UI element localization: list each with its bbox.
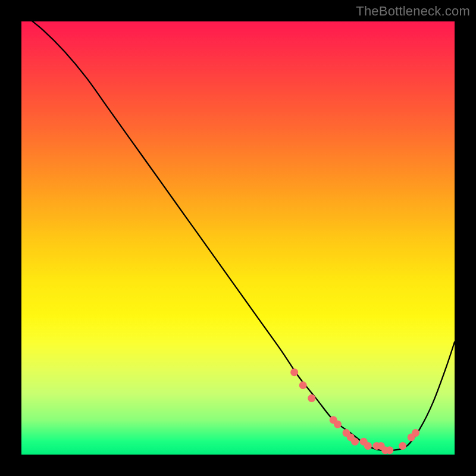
highlight-dot [412,429,419,437]
highlight-dot [364,442,372,450]
highlight-dot [386,446,393,454]
highlight-dot [308,394,315,402]
plot-area [21,21,455,455]
watermark-text: TheBottleneck.com [356,4,470,19]
highlight-dot [299,381,307,389]
curve-layer [21,21,455,455]
highlight-dots [290,368,419,454]
highlight-dot [351,438,359,446]
highlight-dot [334,421,342,428]
bottleneck-curve [21,12,455,450]
highlight-dot [290,368,298,376]
chart-frame: TheBottleneck.com [0,0,476,476]
highlight-dot [399,442,406,450]
